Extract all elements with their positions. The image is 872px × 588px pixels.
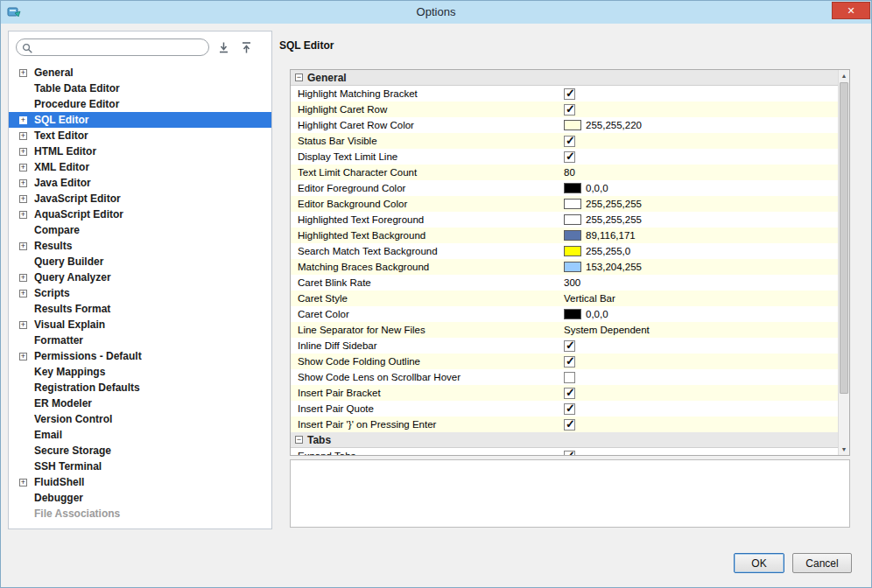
expander-plus-icon[interactable]: + (19, 195, 27, 203)
sidebar-item-table-data-editor[interactable]: Table Data Editor (9, 80, 271, 96)
sidebar-item-file-associations[interactable]: File Associations (9, 506, 271, 522)
color-swatch[interactable] (564, 309, 581, 319)
expander-plus-icon[interactable]: + (19, 69, 34, 77)
expander-plus-icon[interactable]: + (19, 479, 27, 486)
checkbox[interactable]: ✓ (564, 136, 575, 147)
sidebar-item-text-editor[interactable]: +Text Editor (9, 128, 271, 144)
color-value[interactable]: 0,0,0 (586, 309, 608, 319)
expander-plus-icon[interactable]: + (19, 132, 27, 140)
color-value[interactable]: 89,116,171 (586, 230, 636, 241)
expander-plus-icon[interactable]: + (19, 116, 27, 124)
sidebar-item-fluidshell[interactable]: +FluidShell (9, 474, 271, 490)
expander-plus-icon[interactable]: + (19, 195, 34, 203)
expander-plus-icon[interactable]: + (19, 321, 34, 329)
setting-text-value[interactable]: 300 (564, 277, 580, 288)
checkbox[interactable]: ✓ (564, 356, 575, 368)
sidebar-item-secure-storage[interactable]: Secure Storage (9, 443, 271, 458)
group-header-general[interactable]: −General (291, 70, 838, 86)
sidebar-item-procedure-editor[interactable]: Procedure Editor (9, 96, 271, 112)
ok-button[interactable]: OK (734, 553, 784, 573)
sidebar-item-visual-explain[interactable]: +Visual Explain (9, 317, 271, 332)
checkbox[interactable]: ✓ (564, 388, 575, 399)
sidebar-item-html-editor[interactable]: +HTML Editor (9, 144, 271, 159)
sidebar-item-aquascript-editor[interactable]: +AquaScript Editor (9, 206, 271, 222)
expander-plus-icon[interactable]: + (19, 321, 27, 329)
cancel-button[interactable]: Cancel (792, 553, 852, 573)
sidebar-item-sql-editor[interactable]: +SQL Editor (9, 112, 271, 128)
expander-plus-icon[interactable]: + (19, 274, 27, 282)
scroll-up-icon[interactable]: ▲ (839, 70, 849, 81)
color-swatch[interactable] (564, 230, 581, 241)
expander-plus-icon[interactable]: + (19, 132, 34, 140)
sidebar-item-xml-editor[interactable]: +XML Editor (9, 159, 271, 175)
expander-plus-icon[interactable]: + (19, 164, 27, 172)
color-value[interactable]: 0,0,0 (586, 183, 608, 193)
color-value[interactable]: 255,255,255 (586, 214, 642, 225)
vertical-scrollbar[interactable]: ▲ ▼ (838, 70, 849, 455)
expander-plus-icon[interactable]: + (19, 116, 34, 124)
color-value[interactable]: 255,255,255 (586, 199, 642, 209)
checkbox[interactable]: ✓ (564, 340, 575, 352)
sidebar-item-permissions-default[interactable]: +Permissions - Default (9, 348, 271, 364)
checkbox[interactable]: ✓ (564, 451, 575, 456)
sidebar-item-er-modeler[interactable]: ER Modeler (9, 396, 271, 411)
expander-plus-icon[interactable]: + (19, 69, 27, 77)
color-swatch[interactable] (564, 199, 581, 209)
expander-plus-icon[interactable]: + (19, 179, 27, 187)
expander-plus-icon[interactable]: + (19, 353, 27, 360)
sidebar-item-compare[interactable]: Compare (9, 222, 271, 238)
sidebar-item-registration-defaults[interactable]: Registration Defaults (9, 380, 271, 396)
checkbox[interactable]: ✓ (564, 104, 575, 116)
expander-plus-icon[interactable]: + (19, 164, 34, 172)
sidebar-item-ssh-terminal[interactable]: SSH Terminal (9, 458, 271, 474)
group-header-tabs[interactable]: −Tabs (291, 432, 838, 448)
scrollbar-thumb[interactable] (840, 82, 848, 394)
expander-plus-icon[interactable]: + (19, 274, 34, 282)
expander-plus-icon[interactable]: + (19, 211, 34, 219)
color-value[interactable]: 153,204,255 (586, 262, 642, 272)
color-swatch[interactable] (564, 183, 581, 193)
sidebar-item-query-builder[interactable]: Query Builder (9, 254, 271, 270)
color-swatch[interactable] (564, 214, 581, 225)
sidebar-item-general[interactable]: +General (9, 65, 271, 80)
color-swatch[interactable] (564, 246, 581, 256)
collapse-group-icon[interactable]: − (295, 436, 303, 444)
expander-plus-icon[interactable]: + (19, 148, 27, 156)
expander-plus-icon[interactable]: + (19, 290, 34, 298)
collapse-group-icon[interactable]: − (295, 74, 303, 81)
expander-plus-icon[interactable]: + (19, 211, 27, 219)
setting-text-value[interactable]: 80 (564, 167, 575, 178)
color-value[interactable]: 255,255,220 (586, 120, 642, 130)
sidebar-item-javascript-editor[interactable]: +JavaScript Editor (9, 191, 271, 206)
sidebar-item-java-editor[interactable]: +Java Editor (9, 175, 271, 191)
scroll-down-icon[interactable]: ▼ (839, 444, 849, 455)
collapse-all-icon[interactable] (237, 39, 255, 55)
color-value[interactable]: 255,255,0 (586, 246, 630, 256)
expander-plus-icon[interactable]: + (19, 353, 34, 360)
checkbox[interactable] (564, 372, 575, 383)
color-swatch[interactable] (564, 262, 581, 272)
sidebar-item-version-control[interactable]: Version Control (9, 411, 271, 427)
setting-text-value[interactable]: Vertical Bar (564, 293, 615, 304)
sidebar-item-results[interactable]: +Results (9, 238, 271, 254)
expander-plus-icon[interactable]: + (19, 179, 34, 187)
expander-plus-icon[interactable]: + (19, 290, 27, 298)
checkbox[interactable]: ✓ (564, 419, 575, 430)
sidebar-item-email[interactable]: Email (9, 427, 271, 443)
expander-plus-icon[interactable]: + (19, 242, 34, 250)
expander-plus-icon[interactable]: + (19, 148, 34, 156)
close-button[interactable]: ✕ (832, 2, 870, 19)
expander-plus-icon[interactable]: + (19, 479, 34, 486)
setting-text-value[interactable]: System Dependent (564, 325, 650, 335)
checkbox[interactable]: ✓ (564, 403, 575, 415)
checkbox[interactable]: ✓ (564, 88, 575, 100)
search-input[interactable] (36, 40, 200, 54)
sidebar-item-scripts[interactable]: +Scripts (9, 285, 271, 301)
sidebar-item-key-mappings[interactable]: Key Mappings (9, 364, 271, 380)
sidebar-item-query-analyzer[interactable]: +Query Analyzer (9, 270, 271, 285)
expand-all-icon[interactable] (214, 39, 232, 55)
sidebar-item-formatter[interactable]: Formatter (9, 332, 271, 348)
sidebar-item-debugger[interactable]: Debugger (9, 490, 271, 506)
expander-plus-icon[interactable]: + (19, 242, 27, 250)
color-swatch[interactable] (564, 120, 581, 130)
